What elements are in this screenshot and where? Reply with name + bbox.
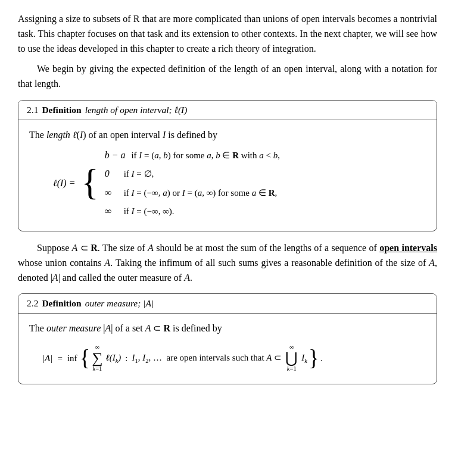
outer-measure-formula: |A| = inf { ∞ ∑ k=1 ℓ(Ik) : I1, I2, … ar… (41, 345, 426, 372)
formula-eq: = (57, 351, 62, 365)
sum-symbol: ∑ (92, 350, 102, 365)
formula-period: . (320, 351, 323, 365)
formula-lhs: |A| (42, 351, 52, 365)
pw-val-3: ∞ (105, 185, 118, 201)
pw-case-4: ∞ if I = (−∞, ∞). (105, 203, 280, 219)
pw-cond-4: if I = (−∞, ∞). (124, 204, 174, 218)
piecewise-cases: b − a if I = (a, b) for some a, b ∈ R wi… (105, 148, 280, 219)
formula-Ik: Ik (301, 350, 307, 367)
piecewise-brace: { (81, 165, 98, 201)
pw-case-2: 0 if I = ∅, (105, 166, 280, 181)
formula-ell-Ik: ℓ(Ik) (105, 350, 121, 367)
def-2-1-title: length of open interval; ℓ(I) (85, 105, 188, 115)
def-2-2-word: Definition (42, 298, 81, 309)
def-2-1-word: Definition (42, 105, 81, 115)
union-notation: ∞ ⋃ k=1 (285, 345, 298, 372)
union-symbol: ⋃ (285, 350, 298, 365)
intro-section: Assigning a size to subsets of R that ar… (18, 12, 437, 92)
definition-2-2-box: 2.2 Definition outer measure; |A| The ou… (18, 293, 437, 384)
def-2-2-number: 2.2 (27, 298, 38, 309)
pw-case-3: ∞ if I = (−∞, a) or I = (a, ∞) for some … (105, 185, 280, 201)
intro-para1: Assigning a size to subsets of R that ar… (18, 12, 437, 56)
definition-2-2-body: The outer measure |A| of a set A ⊂ R is … (18, 314, 437, 384)
def-2-1-body-intro: The length ℓ(I) of an open interval I is… (29, 127, 426, 143)
intro-para2: We begin by giving the expected definiti… (18, 62, 437, 92)
formula-text-intervals: I1, I2, … are open intervals such that A… (132, 350, 282, 367)
definition-2-1-body: The length ℓ(I) of an open interval I is… (18, 120, 437, 231)
pw-val-1: b − a (105, 148, 126, 163)
formula-open-brace: { (80, 347, 91, 369)
definition-2-1-box: 2.1 Definition length of open interval; … (18, 100, 437, 231)
between-section: Suppose A ⊂ R. The size of A should be a… (18, 241, 437, 285)
pw-cond-1: if I = (a, b) for some a, b ∈ R with a <… (131, 148, 280, 162)
union-lower: k=1 (287, 366, 297, 372)
pw-val-4: ∞ (105, 203, 118, 219)
def-2-2-body-intro: The outer measure |A| of a set A ⊂ R is … (29, 321, 426, 336)
pw-case-1: b − a if I = (a, b) for some a, b ∈ R wi… (105, 148, 280, 163)
sum-notation: ∞ ∑ k=1 (92, 345, 102, 372)
piecewise-lhs: ℓ(I) = (53, 176, 75, 191)
definition-2-2-header: 2.2 Definition outer measure; |A| (18, 294, 437, 314)
sum-lower: k=1 (92, 366, 102, 372)
pw-cond-3: if I = (−∞, a) or I = (a, ∞) for some a … (124, 186, 278, 200)
definition-2-1-header: 2.1 Definition length of open interval; … (18, 101, 437, 120)
formula-close-brace: } (308, 347, 319, 369)
def-2-1-number: 2.1 (27, 105, 38, 115)
formula-colon: : (125, 351, 127, 365)
pw-cond-2: if I = ∅, (124, 167, 154, 181)
pw-val-2: 0 (105, 166, 118, 181)
piecewise-formula: ℓ(I) = { b − a if I = (a, b) for some a,… (53, 148, 426, 219)
def-2-2-title: outer measure; |A| (85, 298, 154, 309)
formula-inf: inf (67, 351, 77, 365)
